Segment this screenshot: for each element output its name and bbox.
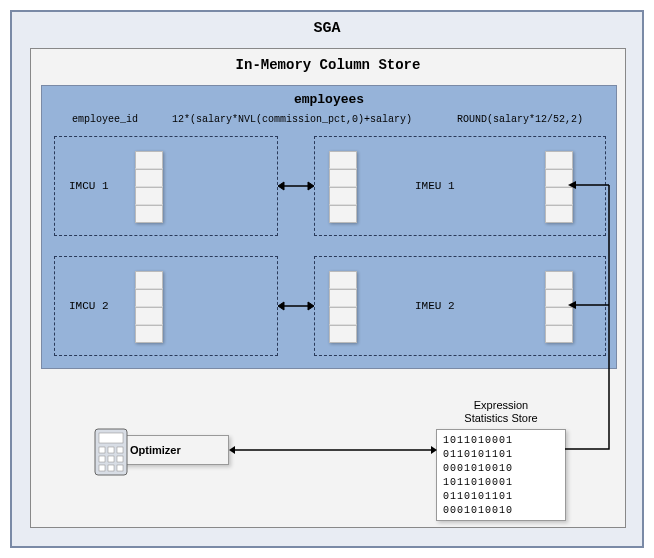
imcu1-box: IMCU 1 [54,136,278,236]
imcu2-column [135,271,163,343]
cell [135,271,163,289]
imcu1-column [135,151,163,223]
svg-rect-7 [99,433,123,443]
svg-marker-21 [568,181,576,189]
svg-marker-18 [229,446,235,454]
cell [329,187,357,205]
arrow-optimizer-ess [229,444,437,456]
arrow-imcu2-imeu2 [278,300,314,312]
col-header-employee-id: employee_id [72,114,138,125]
cell [135,169,163,187]
cell [135,187,163,205]
svg-rect-10 [117,447,123,453]
sga-title: SGA [12,12,642,45]
cell [135,151,163,169]
cell [329,271,357,289]
cell [329,169,357,187]
cell [135,289,163,307]
ess-row: 1011010001 [443,434,559,448]
cell [329,307,357,325]
svg-marker-1 [278,182,284,190]
imeu1-box: IMEU 1 [314,136,606,236]
svg-rect-13 [117,456,123,462]
ess-row: 0110101101 [443,490,559,504]
imcs-container: In-Memory Column Store employees employe… [30,48,626,528]
ess-row: 0110101101 [443,448,559,462]
svg-marker-2 [308,182,314,190]
svg-rect-8 [99,447,105,453]
imcu2-label: IMCU 2 [69,300,109,312]
imeu2-box: IMEU 2 [314,256,606,356]
col-header-expression: 12*(salary*NVL(commission_pct,0)+salary) [172,114,412,125]
sga-container: SGA In-Memory Column Store employees emp… [10,10,644,548]
imeu1-column-a [329,151,357,223]
arrow-ess-to-imeu [565,169,615,459]
cell [329,289,357,307]
ess-data-box: 1011010001 0110101101 0001010010 1011010… [436,429,566,521]
col-header-round: ROUND(salary*12/52,2) [457,114,583,125]
cell [329,205,357,223]
cell [329,151,357,169]
svg-marker-4 [278,302,284,310]
imeu1-label: IMEU 1 [415,180,455,192]
ess-title-line2: Statistics Store [464,412,537,424]
svg-marker-5 [308,302,314,310]
optimizer-box: Optimizer [121,435,229,465]
svg-rect-9 [108,447,114,453]
ess-title: Expression Statistics Store [421,399,581,425]
svg-rect-12 [108,456,114,462]
employees-table-container: employees employee_id 12*(salary*NVL(com… [41,85,617,369]
imcu2-box: IMCU 2 [54,256,278,356]
cell [135,325,163,343]
ess-row: 0001010010 [443,504,559,518]
cell [135,307,163,325]
ess-row: 1011010001 [443,476,559,490]
svg-marker-23 [568,301,576,309]
svg-rect-16 [117,465,123,471]
cell [135,205,163,223]
svg-rect-14 [99,465,105,471]
ess-title-line1: Expression [474,399,528,411]
svg-marker-19 [431,446,437,454]
imcs-title: In-Memory Column Store [31,49,625,81]
cell [545,151,573,169]
imeu2-column-a [329,271,357,343]
ess-row: 0001010010 [443,462,559,476]
svg-rect-11 [99,456,105,462]
imeu2-label: IMEU 2 [415,300,455,312]
optimizer-container: Optimizer [121,435,229,465]
ess-container: Expression Statistics Store 1011010001 0… [421,399,581,519]
employees-title: employees [42,86,616,113]
optimizer-label: Optimizer [130,444,181,456]
arrow-imcu1-imeu1 [278,180,314,192]
svg-rect-15 [108,465,114,471]
cell [329,325,357,343]
calculator-icon [93,427,129,477]
imcu1-label: IMCU 1 [69,180,109,192]
